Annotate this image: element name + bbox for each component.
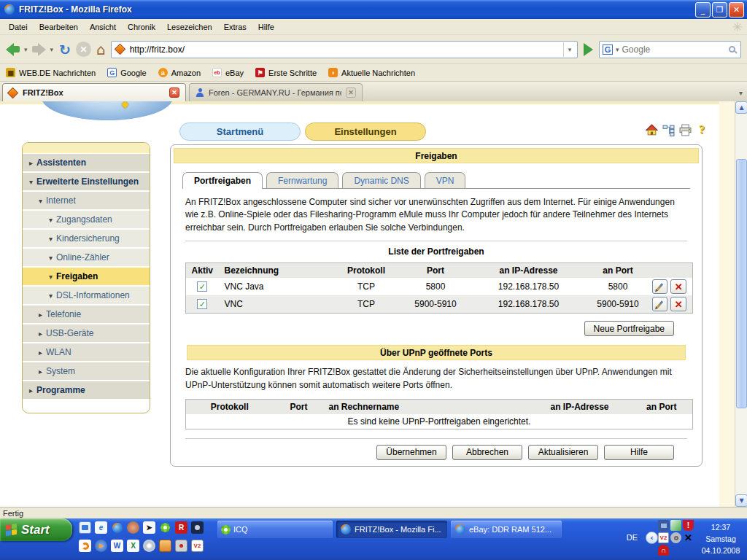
start-button[interactable]: Start: [0, 518, 72, 541]
tab-close-icon[interactable]: ✕: [169, 88, 179, 98]
startmenu-pill-button[interactable]: Startmenü: [179, 122, 301, 141]
search-engine-icon[interactable]: G: [603, 44, 613, 55]
menu-datei[interactable]: Datei: [3, 20, 34, 34]
search-engine-dropdown-icon[interactable]: ▾: [616, 46, 619, 53]
restore-button[interactable]: ❐: [712, 2, 727, 18]
quick-launch-antivir-icon[interactable]: R: [175, 521, 187, 534]
sidebar-item-assistenten[interactable]: ▸ Assistenten: [23, 154, 150, 171]
print-icon[interactable]: [678, 123, 692, 136]
delete-button[interactable]: ✕: [670, 297, 686, 311]
minimize-button[interactable]: _: [695, 2, 711, 18]
taskbar-task-fritzbox[interactable]: FRITZ!Box - Mozilla Fi...: [336, 521, 447, 538]
language-indicator[interactable]: DE: [627, 533, 638, 542]
delete-button[interactable]: ✕: [670, 279, 686, 294]
quick-launch-internet-explorer-icon[interactable]: e: [95, 521, 107, 534]
sidebar-item-dsl-informationen[interactable]: ▾ DSL-Informationen: [23, 287, 150, 304]
sidebar-item-freigaben[interactable]: ▾ Freigaben: [23, 268, 150, 285]
taskbar-task-icq[interactable]: ICQ: [217, 521, 333, 538]
tab-fritzbox[interactable]: FRITZ!Box ✕: [2, 83, 186, 101]
bookmark-amazon[interactable]: a Amazon: [158, 68, 201, 77]
bookmark-erste-schritte[interactable]: ⚑ Erste Schritte: [255, 68, 317, 77]
tab-dynamic-dns[interactable]: Dynamic DNS: [342, 172, 420, 188]
sitemap-icon[interactable]: [662, 123, 675, 136]
taskbar-task-ebay[interactable]: eBay: DDR RAM 512...: [451, 521, 562, 538]
help-button[interactable]: Hilfe: [604, 445, 674, 460]
quick-launch-photo-icon[interactable]: [191, 521, 204, 534]
scrollbar-thumb[interactable]: [736, 159, 747, 408]
quick-launch-media-player-icon[interactable]: ▶: [95, 540, 107, 552]
search-input[interactable]: [622, 44, 727, 55]
stop-button[interactable]: ✕: [76, 42, 91, 57]
search-box[interactable]: G ▾: [599, 41, 741, 58]
quick-launch-word-icon[interactable]: W: [111, 540, 123, 552]
home-icon[interactable]: [645, 123, 658, 136]
active-checkbox[interactable]: ✓: [197, 299, 207, 309]
quick-launch-download-manager-icon[interactable]: [79, 540, 91, 552]
forward-dropdown-icon[interactable]: ▾: [50, 46, 54, 53]
tray-security-shield-icon[interactable]: !: [683, 520, 694, 531]
edit-button[interactable]: [652, 297, 668, 311]
sidebar-item-system[interactable]: ▸ System: [23, 362, 150, 380]
sidebar-item-usb-geraete[interactable]: ▸ USB-Geräte: [23, 324, 150, 342]
quick-launch-show-desktop-icon[interactable]: [79, 521, 91, 534]
menu-bearbeiten[interactable]: Bearbeiten: [34, 20, 84, 34]
tab-list-dropdown-icon[interactable]: ▾: [739, 89, 743, 97]
scroll-up-button[interactable]: ▲: [735, 101, 747, 114]
menu-hilfe[interactable]: Hilfe: [252, 20, 280, 34]
active-checkbox[interactable]: ✓: [197, 281, 207, 292]
tray-avira-umbrella-icon[interactable]: ∩: [658, 545, 669, 556]
vertical-scrollbar[interactable]: ▲ ▼: [735, 101, 747, 507]
forward-button[interactable]: [32, 43, 46, 56]
tray-updates-icon[interactable]: [670, 520, 681, 531]
quick-launch-icq-icon[interactable]: [159, 521, 171, 534]
go-button[interactable]: [584, 43, 593, 56]
home-button[interactable]: ⌂: [96, 41, 106, 58]
quick-launch-cd-icon[interactable]: [143, 540, 155, 552]
help-icon[interactable]: ?: [695, 123, 708, 136]
sidebar-item-wlan[interactable]: ▸ WLAN: [23, 343, 150, 361]
tray-network-icon[interactable]: [658, 520, 669, 531]
address-bar[interactable]: ▾: [111, 41, 578, 58]
url-dropdown-icon[interactable]: ▾: [563, 42, 576, 57]
search-icon[interactable]: [729, 46, 735, 52]
sidebar-item-kindersicherung[interactable]: ▾ Kindersicherung: [23, 230, 150, 247]
refresh-button[interactable]: Aktualisieren: [528, 445, 598, 460]
quick-launch-vnc-icon[interactable]: V2: [191, 540, 204, 552]
tray-close-x-icon[interactable]: ✕: [683, 532, 694, 543]
tab-vpn[interactable]: VPN: [425, 172, 466, 188]
sidebar-item-internet[interactable]: ▾ Internet: [23, 192, 150, 209]
tray-collapse-chevron-icon[interactable]: ‹: [646, 532, 658, 544]
cancel-button[interactable]: Abbrechen: [452, 445, 522, 460]
edit-button[interactable]: [652, 279, 668, 294]
bookmark-google[interactable]: G Google: [107, 68, 146, 77]
sidebar-item-telefonie[interactable]: ▸ Telefonie: [23, 306, 150, 323]
tray-gears-icon[interactable]: [670, 532, 681, 543]
quick-launch-archive-icon[interactable]: [159, 540, 171, 552]
apply-button[interactable]: Übernehmen: [376, 445, 446, 460]
quick-launch-mail-icon[interactable]: [127, 521, 139, 534]
menu-ansicht[interactable]: Ansicht: [84, 20, 122, 34]
quick-launch-trash-icon[interactable]: [175, 540, 187, 552]
new-port-forwarding-button[interactable]: Neue Portfreigabe: [584, 321, 674, 336]
bookmark-webde[interactable]: ▦ WEB.DE Nachrichten: [6, 68, 96, 77]
einstellungen-pill-button[interactable]: Einstellungen: [305, 122, 426, 141]
tab-portfreigaben[interactable]: Portfreigaben: [182, 172, 263, 189]
url-input[interactable]: [130, 44, 563, 55]
sidebar-item-programme[interactable]: ▸ Programme: [23, 381, 150, 399]
tab-foren-germany[interactable]: Foren - GERMANY.RU - Германия по-... ✕: [189, 83, 363, 101]
close-button[interactable]: ✕: [729, 2, 744, 18]
scroll-down-button[interactable]: ▼: [735, 494, 747, 507]
tab-close-icon[interactable]: ✕: [346, 88, 356, 98]
menu-lesezeichen[interactable]: Lesezeichen: [161, 20, 218, 34]
back-button[interactable]: [6, 43, 20, 56]
reload-button[interactable]: ↻: [59, 42, 71, 58]
quick-launch-pen-icon[interactable]: ➤: [143, 521, 155, 534]
quick-launch-excel-icon[interactable]: X: [127, 540, 139, 552]
sidebar-item-zugangsdaten[interactable]: ▾ Zugangsdaten: [23, 211, 150, 228]
sidebar-item-erweiterte-einstellungen[interactable]: ▾ Erweiterte Einstellungen: [23, 173, 150, 190]
bookmark-aktuelle-nachrichten[interactable]: ◗ Aktuelle Nachrichten: [328, 68, 415, 77]
back-dropdown-icon[interactable]: ▾: [24, 46, 28, 53]
quick-launch-firefox-icon[interactable]: [111, 521, 123, 534]
tab-fernwartung[interactable]: Fernwartung: [266, 172, 338, 188]
bookmark-ebay[interactable]: eb eBay: [212, 68, 244, 77]
